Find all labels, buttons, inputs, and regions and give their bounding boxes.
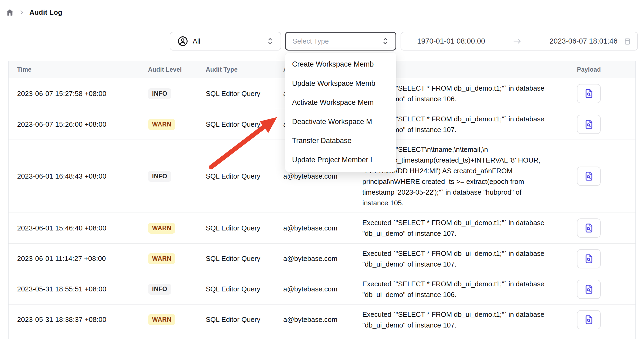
payload-view-button[interactable]: [577, 280, 601, 299]
payload-cell: [577, 218, 636, 238]
actor-cell: a@bytebase.com: [283, 224, 362, 232]
payload-cell: [577, 249, 636, 268]
audit-type-dropdown: Create Workspace MembUpdate Workspace Me…: [285, 53, 396, 172]
payload-view-button[interactable]: [577, 84, 601, 103]
user-icon: [177, 36, 188, 47]
date-range-picker[interactable]: 1970-01-01 08:00:00 2023-06-07 18:01:46: [401, 32, 638, 51]
comment-line: Executed `"SELECT * FROM db_ui_demo.t1;"…: [362, 217, 577, 228]
comment-line: Executed `"SELECT * FROM db_ui_demo.t1;"…: [362, 309, 577, 320]
comment-cell: Executed `"SELECT * FROM db_ui_demo.t1;"…: [362, 217, 577, 239]
file-search-icon: [584, 171, 594, 182]
comment-line: timestamp '2023-05-22');"` in database "…: [362, 187, 577, 198]
dropdown-option[interactable]: Transfer Database: [285, 131, 396, 151]
audit-level-badge: WARN: [148, 223, 175, 234]
user-filter-value: All: [193, 37, 200, 45]
table-row: 2023-05-31 18:55:51 +08:00INFOSQL Editor…: [9, 274, 635, 305]
breadcrumb-chevron-icon: [19, 9, 25, 15]
dropdown-option[interactable]: Deactivate Workspace M: [285, 112, 396, 132]
audit-level-badge: INFO: [148, 88, 171, 99]
column-header-payload: Payload: [577, 66, 636, 73]
audit-level-badge: WARN: [148, 253, 175, 264]
select-chevrons-icon: [382, 37, 389, 46]
audit-level-badge: WARN: [148, 314, 175, 325]
actor-cell: a@bytebase.com: [283, 255, 362, 263]
file-search-icon: [584, 284, 594, 295]
time-cell: 2023-05-31 18:38:37 +08:00: [9, 315, 148, 324]
audit-level-cell: WARN: [148, 314, 206, 325]
page-title: Audit Log: [29, 8, 62, 17]
comment-line: Executed `"SELECT * FROM db_ui_demo.t1;"…: [362, 279, 577, 289]
column-header-time: Time: [9, 66, 148, 73]
payload-cell: [577, 280, 636, 299]
file-search-icon: [584, 119, 594, 130]
comment-line: Executed `"SELECT * FROM db_ui_demo.t1;"…: [362, 248, 577, 259]
audit-type-cell: SQL Editor Query: [206, 285, 283, 293]
comment-cell: Executed `"SELECT * FROM db_ui_demo.t1;"…: [362, 248, 577, 269]
home-icon[interactable]: [6, 8, 14, 16]
actor-cell: a@bytebase.com: [283, 285, 362, 293]
dropdown-option[interactable]: Update Workspace Memb: [285, 74, 396, 93]
table-row: 2023-05-31 18:38:37 +08:00WARNSQL Editor…: [9, 305, 635, 335]
payload-view-button[interactable]: [577, 115, 601, 134]
audit-level-cell: WARN: [148, 119, 206, 130]
date-range-start: 1970-01-01 08:00:00: [417, 37, 485, 45]
payload-cell: [577, 310, 636, 329]
payload-view-button[interactable]: [577, 310, 601, 329]
dropdown-option[interactable]: Update Project Member I: [285, 151, 396, 170]
audit-level-badge: WARN: [148, 119, 175, 130]
audit-type-cell: SQL Editor Query: [206, 315, 283, 324]
audit-type-cell: SQL Editor Query: [206, 90, 283, 98]
comment-cell: Executed `"SELECT * FROM db_ui_demo.t1;"…: [362, 309, 577, 330]
audit-type-cell: SQL Editor Query: [206, 120, 283, 129]
time-cell: 2023-06-01 16:48:43 +08:00: [9, 172, 148, 180]
date-range-end: 2023-06-07 18:01:46: [549, 37, 618, 45]
comment-line: "db_ui_demo" of instance 107.: [362, 259, 577, 269]
file-search-icon: [584, 253, 594, 264]
payload-view-button[interactable]: [577, 249, 601, 268]
audit-type-placeholder: Select Type: [293, 37, 329, 45]
payload-cell: [577, 115, 636, 134]
audit-level-cell: INFO: [148, 88, 206, 99]
audit-type-filter-select[interactable]: Select Type: [285, 32, 396, 51]
audit-type-cell: SQL Editor Query: [206, 224, 283, 232]
select-chevrons-icon: [267, 37, 274, 46]
comment-line: "db_ui_demo" of instance 107.: [362, 228, 577, 239]
file-search-icon: [584, 88, 594, 99]
audit-type-cell: SQL Editor Query: [206, 172, 283, 180]
comment-line: principal\nWHERE created_ts >= extract(e…: [362, 176, 577, 187]
payload-cell: [577, 167, 636, 186]
payload-cell: [577, 84, 636, 103]
table-row: 2023-06-01 15:46:40 +08:00WARNSQL Editor…: [9, 213, 635, 244]
comment-line: "db_ui_demo" of instance 106.: [362, 289, 577, 300]
dropdown-option[interactable]: Activate Workspace Mem: [285, 93, 396, 112]
actor-cell: a@bytebase.com: [283, 315, 362, 324]
breadcrumb: Audit Log: [6, 7, 62, 18]
audit-level-cell: INFO: [148, 284, 206, 295]
time-cell: 2023-06-07 15:26:00 +08:00: [9, 120, 148, 129]
time-cell: 2023-06-07 15:27:58 +08:00: [9, 90, 148, 98]
file-search-icon: [584, 223, 594, 233]
calendar-icon: [623, 37, 631, 45]
payload-view-button[interactable]: [577, 218, 601, 238]
time-cell: 2023-06-01 11:14:27 +08:00: [9, 255, 148, 263]
audit-type-cell: SQL Editor Query: [206, 255, 283, 263]
column-header-audit-level: Audit Level: [148, 66, 206, 73]
comment-line: "db_ui_demo" of instance 107.: [362, 320, 577, 330]
audit-level-cell: INFO: [148, 171, 206, 182]
dropdown-option[interactable]: Create Workspace Memb: [285, 55, 396, 74]
audit-level-badge: INFO: [148, 171, 171, 182]
column-header-audit-type: Audit Type: [206, 66, 283, 73]
comment-cell: Executed `"SELECT * FROM db_ui_demo.t1;"…: [362, 279, 577, 300]
actor-cell: a@bytebase.com: [283, 172, 362, 180]
user-filter-select[interactable]: All: [170, 32, 281, 51]
audit-level-badge: INFO: [148, 284, 171, 295]
time-cell: 2023-06-01 15:46:40 +08:00: [9, 224, 148, 232]
table-row-partial: [9, 335, 635, 339]
table-row: 2023-06-01 11:14:27 +08:00WARNSQL Editor…: [9, 244, 635, 274]
file-search-icon: [584, 314, 594, 325]
date-range-arrow-icon: [485, 37, 550, 45]
time-cell: 2023-05-31 18:55:51 +08:00: [9, 285, 148, 293]
payload-view-button[interactable]: [577, 167, 601, 186]
audit-level-cell: WARN: [148, 223, 206, 234]
comment-line: instance 105.: [362, 198, 577, 208]
